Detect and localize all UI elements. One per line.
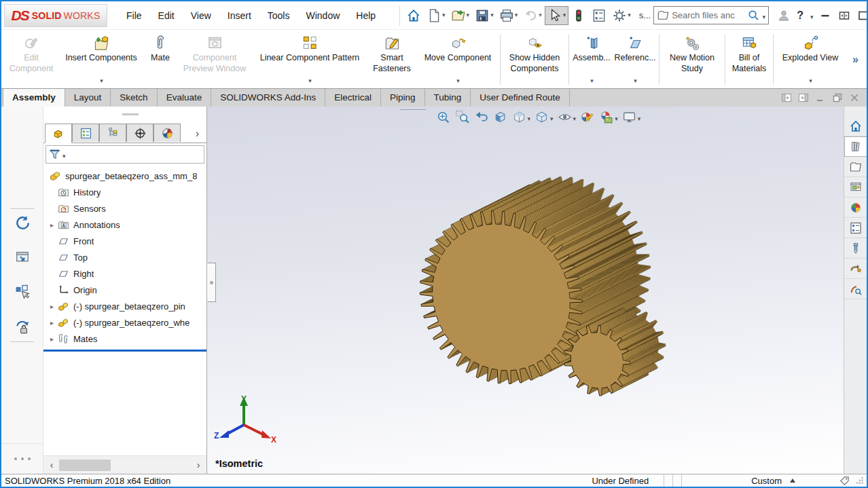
tp-library-button[interactable] (844, 136, 867, 157)
view-settings-button[interactable] (621, 109, 642, 126)
tree-item[interactable]: Right (43, 265, 206, 282)
command-tab[interactable]: Evaluate (158, 89, 212, 107)
panel-drag-handle[interactable] (43, 107, 206, 124)
zoom-area-button[interactable] (454, 109, 471, 126)
tree-item[interactable]: spurgear_betaeqzero_ass_mm_8 (43, 168, 206, 184)
command-tab[interactable]: Electrical (325, 89, 381, 107)
view-orientation-button[interactable] (511, 109, 532, 126)
edit-appearance-button[interactable] (579, 109, 596, 126)
tp-properties-button[interactable] (844, 218, 867, 238)
mate-button[interactable]: Mate (144, 32, 177, 88)
bill-of-materials-button[interactable]: Bill of Materials (727, 32, 772, 88)
tp-folder-button[interactable] (844, 157, 867, 177)
more-commands-dots[interactable] (1, 443, 43, 474)
undo-button[interactable] (520, 6, 545, 25)
graphics-viewport[interactable]: Y X Z *Isometric (207, 107, 844, 474)
restore-icon[interactable] (837, 9, 851, 22)
menu-item[interactable]: File (118, 6, 150, 25)
preview-window-button[interactable] (14, 249, 31, 267)
tree-item[interactable]: Origin (43, 282, 206, 298)
command-tab[interactable]: Layout (65, 89, 111, 107)
maximize-icon[interactable] (856, 9, 868, 22)
new-document-button[interactable] (424, 6, 448, 25)
command-tab[interactable]: User Defined Route (471, 89, 570, 107)
tree-item[interactable]: Annotations (43, 217, 206, 233)
document-minimize-icon[interactable] (815, 92, 826, 103)
tree-item[interactable]: Top (43, 249, 206, 265)
minimize-icon[interactable] (818, 9, 832, 22)
hide-items-button[interactable] (556, 109, 577, 126)
rebuild-button[interactable] (568, 6, 589, 25)
tp-palette-button[interactable] (844, 177, 867, 198)
command-tab[interactable]: SOLIDWORKS Add-Ins (211, 89, 325, 107)
show-hidden-components-button[interactable]: Show Hidden Components (502, 32, 567, 88)
configuration-selector[interactable]: Custom (751, 476, 782, 486)
menu-item[interactable]: View (183, 6, 219, 25)
tree-item[interactable]: History (43, 184, 206, 200)
rollback-bar[interactable] (43, 350, 206, 352)
tree-item[interactable]: Front (43, 233, 206, 249)
document-restore-icon[interactable] (832, 92, 843, 103)
apply-scene-button[interactable] (598, 109, 619, 126)
help-dropdown-caret-icon[interactable] (810, 10, 814, 22)
panel-expand-arrow-icon[interactable] (196, 128, 205, 143)
command-tab[interactable]: Sketch (111, 89, 157, 107)
hud-drag-handle[interactable] (400, 109, 426, 110)
expand-arrow-icon[interactable] (46, 335, 58, 343)
tp-home-button[interactable] (844, 116, 867, 136)
command-tab[interactable]: Piping (381, 89, 425, 107)
featuremanager-tab[interactable] (99, 124, 126, 142)
insert-components-button[interactable]: Insert Components (58, 32, 144, 88)
panel-splitter-handle[interactable] (207, 263, 216, 302)
previous-view-button[interactable] (473, 109, 490, 126)
tree-item[interactable]: Sensors (43, 200, 206, 217)
ribbon-more-chevron[interactable]: » (846, 54, 865, 66)
expand-arrow-icon[interactable] (46, 319, 58, 326)
component-preview-window-button[interactable]: Component Preview Window (177, 32, 253, 88)
search-scope-folder-icon[interactable] (657, 9, 670, 22)
scrollbar-thumb[interactable] (59, 459, 111, 471)
scroll-left-icon[interactable] (46, 460, 58, 470)
tp-bolt-button[interactable] (844, 238, 867, 259)
ed it-component-button[interactable]: Edit Component (4, 32, 58, 88)
expand-arrow-icon[interactable] (46, 221, 58, 229)
search-input[interactable] (672, 10, 744, 20)
rotate-lock-button[interactable] (14, 318, 31, 336)
featuremanager-tab[interactable] (153, 124, 181, 142)
menu-item[interactable]: Window (297, 6, 348, 25)
home-button[interactable] (403, 6, 424, 25)
search-icon[interactable] (747, 9, 760, 22)
print-button[interactable] (496, 6, 521, 25)
help-button[interactable]: ? (796, 10, 804, 22)
rollback-button[interactable] (14, 214, 31, 231)
toolbar-overflow-label[interactable]: s... (639, 10, 651, 20)
tree-filter[interactable] (46, 145, 204, 164)
zoom-fit-button[interactable] (435, 109, 452, 126)
tp-appearance-button[interactable] (844, 198, 867, 218)
gear-assembly-model[interactable] (207, 107, 844, 474)
section-view-button[interactable] (492, 109, 509, 126)
display-style-button[interactable] (533, 109, 554, 126)
tree-item[interactable]: (-) spurgear_betaeqzero_pin (43, 298, 206, 314)
select-components-button[interactable] (14, 283, 31, 301)
configuration-expand-icon[interactable] (790, 478, 795, 483)
previous-pane-icon[interactable] (781, 92, 792, 103)
menu-item[interactable]: Edit (150, 6, 183, 25)
tp-design-button[interactable] (844, 279, 867, 299)
tree-item[interactable]: (-) spurgear_betaeqzero_whe (43, 314, 206, 331)
menu-item[interactable]: Insert (219, 6, 259, 25)
scroll-right-icon[interactable] (192, 460, 204, 470)
login-user-icon[interactable] (777, 9, 791, 22)
open-button[interactable] (448, 6, 473, 25)
linear-component-pattern-button[interactable]: Linear Component Pattern (253, 32, 367, 88)
reference-geometry-button[interactable]: Referenc... (613, 32, 657, 88)
featuremanager-tab[interactable] (72, 124, 99, 142)
tree-item[interactable]: Mates (43, 331, 206, 347)
document-close-icon[interactable] (849, 92, 860, 103)
options-list-button[interactable] (589, 6, 609, 25)
exploded-view-button[interactable]: Exploded View (775, 32, 846, 88)
move-component-button[interactable]: Move Component (417, 32, 499, 88)
assembly-features-button[interactable]: Assemb... (571, 32, 613, 88)
featuremanager-tab[interactable] (126, 124, 153, 142)
expand-arrow-icon[interactable] (46, 303, 58, 310)
